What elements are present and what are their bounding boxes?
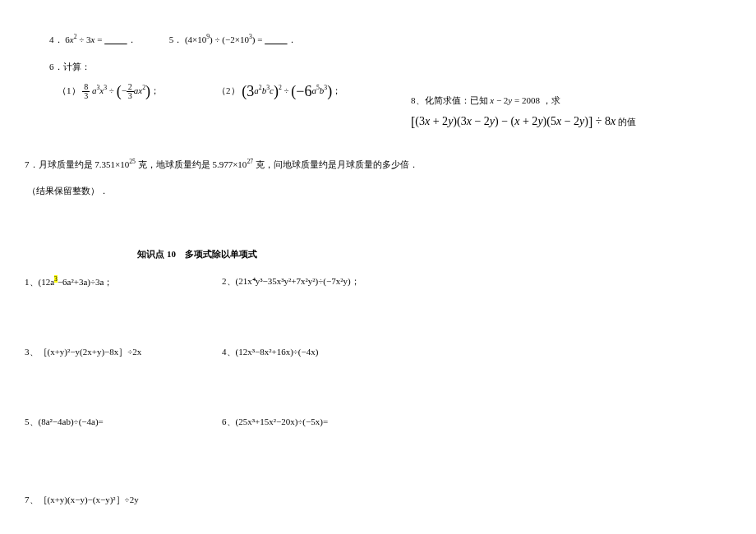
kp-5: 5、(8a²−4ab)÷(−4a)= [25,416,222,428]
q8e-p7: )(5 [543,115,556,127]
q6-1-label: （1） [58,85,81,95]
question-6-1: （1） 83 a3x3 ÷ (−23ax2)； [58,83,159,100]
kp-row-2: 3、［(x+y)²−y(2x+y)−8x］÷2x 4、(12x³−8x²+16x… [25,346,731,358]
q7-tail: 克，问地球质量约是月球质量的多少倍． [253,159,418,168]
question-6-2: （2） (3a2b3c)2 ÷ (−6a5b3)； [217,83,341,100]
question-7: 7．月球质量约是 7.351×1025 克，地球质量约是 5.977×1027 … [25,158,731,171]
q8e-p5: ) − ( [495,115,514,127]
q62-semi: ； [332,85,341,95]
q61-div: ÷ [107,85,117,95]
kp-row-4: 7、［(x+y)(x−y)−(x−y)²］÷2y [25,494,731,506]
q6-2-label: （2） [217,85,240,95]
q62-l1: (3 [242,83,254,99]
q5-period: ． [288,35,297,44]
q5-open1: (4×10 [185,35,206,44]
q8e-div: ÷ 8 [592,115,611,127]
kp-2: 2、(21x⁴y³−35x³y²+7x²y²)÷(−7x²y)； [222,275,360,288]
q7-sup2: 27 [247,158,253,165]
q61-semi: ； [150,85,159,95]
kp-6: 6、(25x³+15x²−20x)÷(−5x)= [222,416,328,428]
q4-op: ÷ 3 [76,35,90,44]
q8e-p8: − 2 [561,115,579,127]
q8-minus: − 2 [494,95,508,105]
question-6: 6．计算： [49,61,731,73]
q4-eq: = [94,35,104,44]
q5-blank [265,35,288,44]
q5-label: 5． [169,35,183,44]
q7-note-text: （结果保留整数）． [27,186,108,196]
q7-text: 7．月球质量约是 7.351×10 [25,159,129,168]
kp-row-3: 5、(8a²−4ab)÷(−4a)= 6、(25x³+15x²−20x)÷(−5… [25,416,731,428]
question-8-expr: [(3x + 2y)(3x − 2y) − (x + 2y)(5x − 2y)]… [411,115,636,130]
kp-7: 7、［(x+y)(x−y)−(x−y)²］÷2y [25,494,222,506]
q61-ax: ax [134,85,142,95]
q8-label: 8、化简求值：已知 [411,95,490,105]
q8e-p6: + 2 [519,115,537,127]
q8e-tail: 的值 [615,117,636,127]
q8e-p1: (3 [415,115,425,127]
q8-eq: = 2008 ，求 [512,95,560,105]
q62-l2: (−6 [291,83,311,99]
kp1-rest: −6a²+3a)÷3a； [58,277,113,287]
q7-sup1: 25 [129,158,136,165]
q5-close: ) = [252,35,265,44]
question-8: 8、化简求值：已知 x − 2y = 2008 ，求 [411,94,560,107]
question-5: 5． (4×109) ÷ (−2×103) = ． [169,33,297,46]
q8e-p3: )(3 [453,115,466,127]
question-7-note: （结果保留整数）． [27,185,731,197]
q4-period: ． [127,35,136,44]
q6-label: 6．计算： [49,62,90,71]
frac-8-3: 83 [82,83,90,100]
q4-label: 4． [49,35,63,44]
question-6-subs: （1） 83 a3x3 ÷ (−23ax2)； （2） (3a2b3c)2 ÷ … [58,83,731,100]
q7-mid: 克，地球质量约是 5.977×10 [136,159,247,168]
kp-row-1: 1、(12a3−6a²+3a)÷3a； 2、(21x⁴y³−35x³y²+7x²… [25,275,731,288]
q62-div: ÷ [282,85,292,95]
kp-4: 4、(12x³−8x²+16x)÷(−4x) [222,346,318,358]
q5-mid: ) ÷ (−2×10 [210,35,249,44]
question-4-5-row: 4． 6x2 ÷ 3x = ． 5． (4×109) ÷ (−2×103) = … [25,33,731,46]
frac-2-3: 23 [127,83,134,100]
kp-3: 3、［(x+y)²−y(2x+y)−8x］÷2x [25,346,222,358]
kp1-label: 1、(12a [25,277,54,287]
q8e-p4: − 2 [472,115,490,127]
q4-blank [104,35,127,44]
question-4: 4． 6x2 ÷ 3x = ． [49,33,136,46]
section-title: 知识点 10 多项式除以单项式 [90,248,304,260]
kp-1: 1、(12a3−6a²+3a)÷3a； [25,275,222,288]
q8e-p2: + 2 [430,115,448,127]
